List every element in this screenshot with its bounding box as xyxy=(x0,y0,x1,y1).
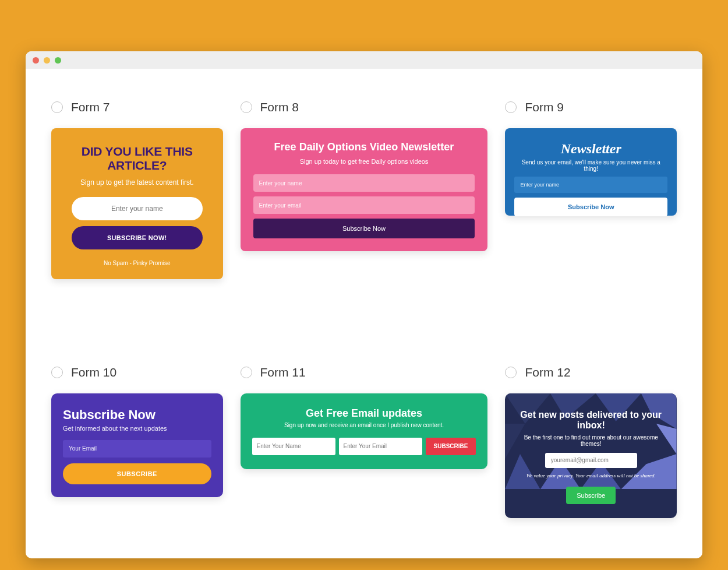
form-9-preview: Newsletter Send us your email, we'll mak… xyxy=(505,128,677,216)
email-input[interactable] xyxy=(339,438,422,455)
subscribe-button[interactable]: SUBSCRIBE NOW! xyxy=(72,226,203,249)
subscribe-button[interactable]: Subscribe xyxy=(566,487,616,504)
name-input[interactable] xyxy=(252,438,335,455)
form-12-preview: Get new posts delivered to your inbox! B… xyxy=(505,393,677,518)
form-gallery-grid: Form 7 DID YOU LIKE THIS ARTICLE? Sign u… xyxy=(26,69,702,558)
gallery-item-10: Form 10 Subscribe Now Get informed about… xyxy=(51,365,223,536)
gallery-item-7: Form 7 DID YOU LIKE THIS ARTICLE? Sign u… xyxy=(51,100,223,297)
privacy-disclaimer: We value your privacy. Your email addres… xyxy=(517,473,665,478)
form-11-preview: Get Free Email updates Sign up now and r… xyxy=(241,393,488,469)
form-subtitle: Send us your email, we'll make sure you … xyxy=(514,159,667,172)
form-7-preview: DID YOU LIKE THIS ARTICLE? Sign up to ge… xyxy=(51,128,223,279)
form-title: DID YOU LIKE THIS ARTICLE? xyxy=(64,145,210,173)
subscribe-button[interactable]: Subscribe Now xyxy=(253,219,475,238)
gallery-item-9: Form 9 Newsletter Send us your email, we… xyxy=(505,100,677,297)
item-label: Form 10 xyxy=(71,365,116,379)
window-titlebar xyxy=(26,51,702,69)
select-form-8-radio[interactable] xyxy=(241,101,252,113)
gallery-item-8: Form 8 Free Daily Options Video Newslett… xyxy=(241,100,488,297)
window-maximize-dot[interactable] xyxy=(55,57,61,64)
window-close-dot[interactable] xyxy=(33,57,39,64)
select-form-12-radio[interactable] xyxy=(505,367,517,378)
item-label: Form 7 xyxy=(71,100,110,114)
form-subtitle: Sign up to get the latest content first. xyxy=(64,178,210,187)
select-form-9-radio[interactable] xyxy=(505,101,517,113)
name-input[interactable] xyxy=(253,174,475,192)
browser-window: Form 7 DID YOU LIKE THIS ARTICLE? Sign u… xyxy=(26,51,702,558)
svg-marker-4 xyxy=(505,453,540,489)
email-input[interactable] xyxy=(63,440,211,458)
form-title: Get new posts delivered to your inbox! xyxy=(517,410,665,431)
form-title: Get Free Email updates xyxy=(252,407,476,420)
select-form-7-radio[interactable] xyxy=(51,101,63,113)
window-minimize-dot[interactable] xyxy=(44,57,50,64)
subscribe-button[interactable]: SUBSCRIBE xyxy=(63,463,211,484)
email-input[interactable] xyxy=(545,453,637,468)
form-subtitle: Get informed about the next updates xyxy=(63,425,211,432)
email-input[interactable] xyxy=(253,196,475,214)
form-title: Free Daily Options Video Newsletter xyxy=(253,141,475,153)
form-subtitle: Sign up now and receive an email once I … xyxy=(252,422,476,428)
form-10-preview: Subscribe Now Get informed about the nex… xyxy=(51,393,223,497)
name-input[interactable] xyxy=(514,177,667,193)
form-subtitle: Be the first one to find out more about … xyxy=(517,434,665,447)
gallery-item-12: Form 12 Get new posts delivered to your … xyxy=(505,365,677,536)
select-form-11-radio[interactable] xyxy=(241,367,252,378)
item-label: Form 11 xyxy=(260,365,306,379)
form-title: Newsletter xyxy=(514,141,667,157)
item-label: Form 12 xyxy=(525,365,570,379)
form-8-preview: Free Daily Options Video Newsletter Sign… xyxy=(241,128,488,251)
form-title: Subscribe Now xyxy=(63,407,211,423)
item-label: Form 9 xyxy=(525,100,564,114)
item-label: Form 8 xyxy=(260,100,299,114)
subscribe-button[interactable]: SUBSCRIBE xyxy=(426,438,476,455)
name-input[interactable] xyxy=(72,197,203,220)
subscribe-button[interactable]: Subscribe Now xyxy=(514,198,667,216)
gallery-item-11: Form 11 Get Free Email updates Sign up n… xyxy=(241,365,488,536)
form-subtitle: Sign up today to get free Daily options … xyxy=(253,158,475,165)
select-form-10-radio[interactable] xyxy=(51,367,63,378)
form-footer: No Spam - Pinky Promise xyxy=(64,260,210,266)
